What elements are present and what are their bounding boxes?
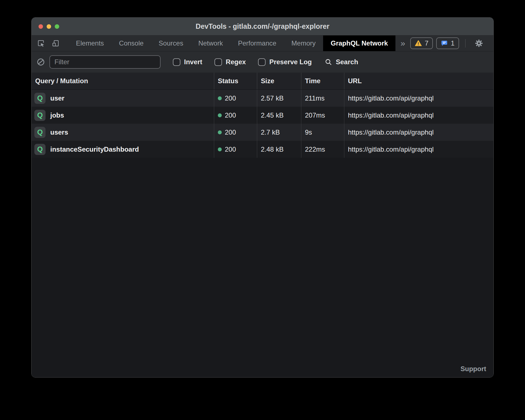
clear-log-button[interactable]: [37, 58, 45, 66]
column-header-size[interactable]: Size: [257, 73, 301, 89]
table-row[interactable]: Q instanceSecurityDashboard 200 2.48 kB …: [32, 141, 493, 158]
traffic-lights: [39, 24, 59, 29]
query-type-badge: Q: [34, 110, 46, 121]
invert-checkbox[interactable]: [173, 58, 180, 66]
query-name: instanceSecurityDashboard: [50, 145, 139, 153]
url-cell: https://gitlab.com/api/graphql: [344, 107, 493, 124]
gear-icon: [474, 39, 483, 48]
devtools-tabbar: Elements Console Sources Network Perform…: [32, 35, 493, 51]
status-code: 200: [225, 128, 236, 136]
table-row[interactable]: Q users 200 2.7 kB 9s https://gitlab.com…: [32, 124, 493, 141]
preserve-log-checkbox[interactable]: [258, 58, 266, 66]
status-cell: 200: [214, 141, 257, 158]
minimize-button[interactable]: [47, 24, 51, 29]
kebab-menu-icon: [492, 39, 494, 47]
warnings-count: 7: [425, 39, 428, 47]
tabbar-right-controls: 7 1: [410, 35, 494, 51]
warning-triangle-icon: [415, 40, 422, 47]
url-cell: https://gitlab.com/api/graphql: [344, 124, 493, 141]
status-ok-dot-icon: [218, 96, 222, 100]
status-ok-dot-icon: [218, 130, 222, 134]
requests-table-header: Query / Mutation Status Size Time URL: [32, 73, 493, 90]
close-button[interactable]: [39, 24, 43, 29]
inspect-element-button[interactable]: [32, 35, 48, 51]
device-toolbar-button[interactable]: [48, 35, 63, 51]
warnings-badge[interactable]: 7: [410, 37, 433, 49]
column-header-status[interactable]: Status: [214, 73, 257, 89]
titlebar: DevTools - gitlab.com/-/graphql-explorer: [32, 18, 493, 35]
query-cell: Q instanceSecurityDashboard: [32, 141, 214, 158]
size-cell: 2.7 kB: [257, 124, 301, 141]
query-cell: Q jobs: [32, 107, 214, 124]
support-link[interactable]: Support: [460, 365, 493, 377]
regex-label: Regex: [226, 58, 246, 66]
search-icon: [324, 58, 332, 66]
url-cell: https://gitlab.com/api/graphql: [344, 141, 493, 158]
filter-input[interactable]: [49, 55, 161, 69]
status-ok-dot-icon: [218, 147, 222, 151]
preserve-log-checkbox-group[interactable]: Preserve Log: [258, 58, 312, 66]
status-ok-dot-icon: [218, 113, 222, 117]
regex-checkbox[interactable]: [214, 58, 222, 66]
status-cell: 200: [214, 90, 257, 107]
status-cell: 200: [214, 107, 257, 124]
invert-checkbox-group[interactable]: Invert: [173, 58, 202, 66]
tab-sources[interactable]: Sources: [151, 35, 191, 51]
block-circle-icon: [37, 58, 45, 66]
column-header-query-mutation[interactable]: Query / Mutation: [32, 73, 214, 89]
window-title: DevTools - gitlab.com/-/graphql-explorer: [32, 22, 493, 30]
tab-performance[interactable]: Performance: [230, 35, 284, 51]
inspect-cursor-icon: [37, 39, 45, 47]
query-name: user: [50, 94, 65, 102]
query-type-badge: Q: [34, 93, 46, 104]
zoom-button[interactable]: [55, 24, 59, 29]
message-bubble-icon: [441, 40, 448, 47]
messages-count: 1: [451, 39, 454, 47]
query-type-badge: Q: [34, 127, 46, 138]
query-type-badge: Q: [34, 144, 46, 155]
query-name: users: [50, 128, 68, 136]
invert-label: Invert: [184, 58, 202, 66]
table-row[interactable]: Q jobs 200 2.45 kB 207ms https://gitlab.…: [32, 107, 493, 124]
query-cell: Q user: [32, 90, 214, 107]
time-cell: 211ms: [301, 90, 344, 107]
panel-empty-area: Support: [32, 158, 493, 377]
status-code: 200: [225, 145, 236, 153]
query-cell: Q users: [32, 124, 214, 141]
more-options-button[interactable]: [490, 39, 494, 47]
tab-graphql-network[interactable]: GraphQL Network: [323, 35, 395, 51]
devtools-window: DevTools - gitlab.com/-/graphql-explorer…: [31, 17, 494, 378]
size-cell: 2.45 kB: [257, 107, 301, 124]
status-code: 200: [225, 94, 236, 102]
tab-elements[interactable]: Elements: [68, 35, 111, 51]
url-cell: https://gitlab.com/api/graphql: [344, 90, 493, 107]
settings-button[interactable]: [472, 39, 486, 48]
search-button[interactable]: Search: [324, 58, 358, 66]
time-cell: 222ms: [301, 141, 344, 158]
column-header-url[interactable]: URL: [344, 73, 493, 89]
column-header-time[interactable]: Time: [301, 73, 344, 89]
status-cell: 200: [214, 124, 257, 141]
tab-memory[interactable]: Memory: [284, 35, 323, 51]
time-cell: 9s: [301, 124, 344, 141]
size-cell: 2.57 kB: [257, 90, 301, 107]
messages-badge[interactable]: 1: [436, 37, 459, 49]
table-row[interactable]: Q user 200 2.57 kB 211ms https://gitlab.…: [32, 90, 493, 107]
preserve-log-label: Preserve Log: [269, 58, 312, 66]
size-cell: 2.48 kB: [257, 141, 301, 158]
regex-checkbox-group[interactable]: Regex: [214, 58, 246, 66]
device-toolbar-icon: [52, 39, 59, 47]
tab-network[interactable]: Network: [191, 35, 230, 51]
status-code: 200: [225, 111, 236, 119]
query-name: jobs: [50, 111, 64, 119]
chevron-double-right-icon: »: [400, 39, 405, 48]
search-label: Search: [336, 58, 358, 66]
tab-console[interactable]: Console: [111, 35, 151, 51]
filter-toolbar: Invert Regex Preserve Log Search: [32, 51, 493, 73]
toolbar-divider: [465, 39, 466, 47]
more-tabs-button[interactable]: »: [395, 35, 410, 51]
time-cell: 207ms: [301, 107, 344, 124]
